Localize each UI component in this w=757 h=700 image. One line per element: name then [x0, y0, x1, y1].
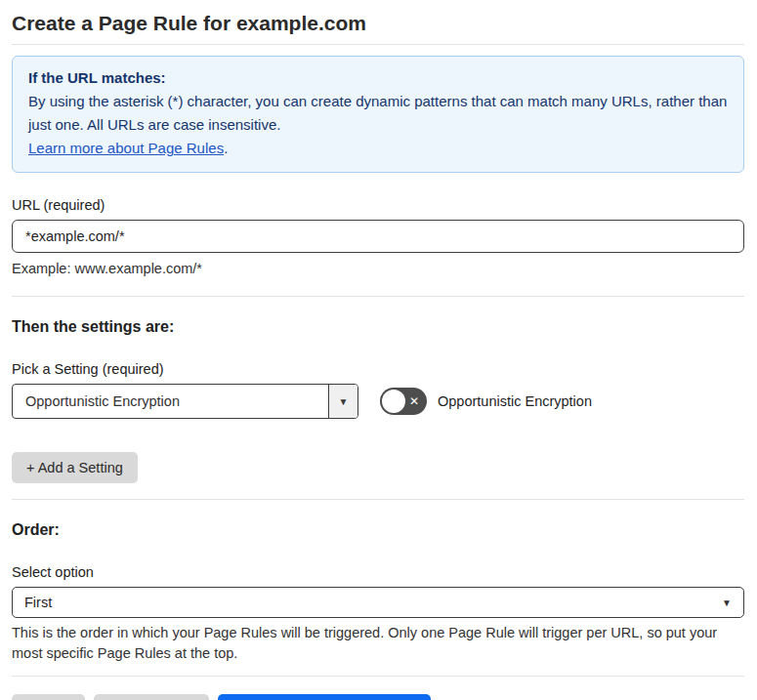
url-example-helper: Example: www.example.com/*: [12, 259, 744, 279]
page-title: Create a Page Rule for example.com: [12, 12, 744, 45]
add-setting-button[interactable]: + Add a Setting: [12, 452, 138, 483]
create-page-rule-dialog: Create a Page Rule for example.com If th…: [12, 12, 744, 700]
url-input[interactable]: [12, 220, 744, 253]
url-match-info-box: If the URL matches: By using the asteris…: [12, 56, 744, 173]
url-label: URL (required): [12, 196, 744, 214]
save-draft-button[interactable]: Save as Draft: [94, 694, 209, 700]
info-box-body: By using the asterisk (*) character, you…: [28, 90, 728, 137]
chevron-down-icon[interactable]: ▼: [328, 385, 357, 418]
order-helper: This is the order in which your Page Rul…: [12, 623, 739, 664]
divider: [12, 499, 744, 500]
x-icon: ✕: [409, 395, 419, 407]
setting-dropdown-value: Opportunistic Encryption: [13, 385, 328, 418]
pick-setting-label: Pick a Setting (required): [12, 360, 744, 378]
order-section-heading: Order:: [12, 520, 744, 540]
info-box-link-line: Learn more about Page Rules.: [28, 137, 728, 160]
setting-row: Opportunistic Encryption ▼ ✕ Opportunist…: [12, 384, 744, 419]
info-box-heading: If the URL matches:: [28, 66, 728, 90]
select-option-label: Select option: [12, 563, 744, 581]
toggle-knob: [382, 390, 405, 413]
toggle-label: Opportunistic Encryption: [438, 393, 592, 409]
order-select-value: First: [24, 595, 52, 610]
order-select[interactable]: First ▼: [12, 587, 744, 618]
footer-actions: Cancel Save as Draft Save and Deploy Pag…: [12, 694, 744, 700]
opportunistic-encryption-toggle[interactable]: ✕: [380, 388, 427, 415]
divider: [12, 676, 744, 677]
learn-more-page-rules-link[interactable]: Learn more about Page Rules: [28, 140, 224, 156]
cancel-button[interactable]: Cancel: [12, 694, 85, 700]
link-suffix: .: [224, 140, 228, 156]
chevron-down-icon: ▼: [722, 597, 732, 608]
settings-section-heading: Then the settings are:: [12, 317, 744, 337]
save-deploy-button[interactable]: Save and Deploy Page Rule: [218, 694, 431, 700]
divider: [12, 296, 744, 297]
setting-dropdown[interactable]: Opportunistic Encryption ▼: [12, 384, 358, 419]
